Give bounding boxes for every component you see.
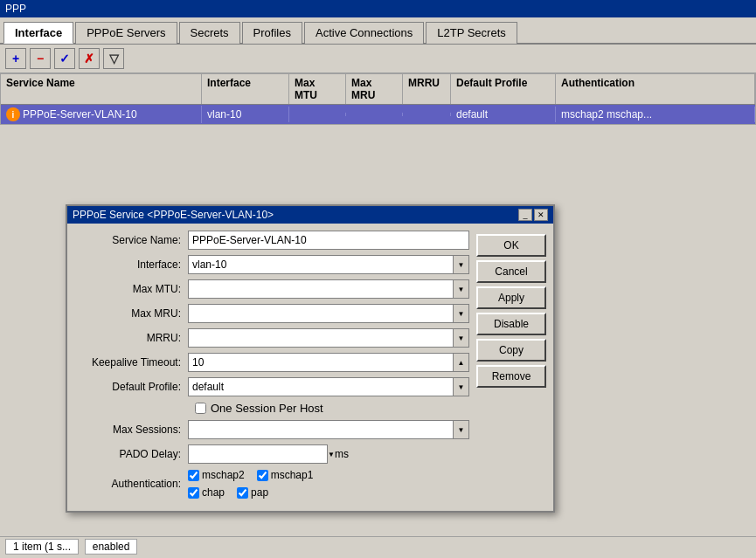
title-bar: PPP bbox=[0, 0, 756, 17]
dialog-title: PPPoE Service <PPPoE-Server-VLAN-10> bbox=[73, 209, 274, 221]
max-mru-arrow[interactable]: ▼ bbox=[453, 305, 468, 322]
max-mtu-row: Max MTU: ▼ bbox=[74, 279, 469, 299]
max-mru-field: ▼ bbox=[188, 304, 469, 323]
tab-interface[interactable]: Interface bbox=[3, 22, 73, 44]
default-profile-label: Default Profile: bbox=[74, 381, 188, 393]
auth-mschap1-label: mschap1 bbox=[271, 469, 314, 481]
table-area: Service Name Interface Max MTU Max MRU M… bbox=[0, 73, 756, 125]
pado-ms-label: ms bbox=[335, 448, 349, 460]
pado-delay-arrow[interactable]: ▼ bbox=[327, 445, 335, 463]
form-area: Service Name: Interface: ▼ Max MTU: bbox=[74, 231, 469, 504]
dialog-minimize-button[interactable]: _ bbox=[518, 209, 532, 221]
mrru-field: ▼ bbox=[188, 328, 469, 348]
col-mrru: MRRU bbox=[403, 74, 451, 104]
tab-secrets[interactable]: Secrets bbox=[179, 22, 240, 44]
pado-delay-row: PADO Delay: ▼ ms bbox=[74, 444, 469, 464]
max-sessions-input[interactable] bbox=[189, 421, 453, 438]
authentication-label: Authentication: bbox=[74, 478, 188, 490]
tab-l2tp-secrets[interactable]: L2TP Secrets bbox=[426, 22, 517, 44]
mrru-row: MRRU: ▼ bbox=[74, 328, 469, 348]
interface-dropdown-arrow[interactable]: ▼ bbox=[453, 256, 468, 273]
mrru-arrow[interactable]: ▼ bbox=[453, 329, 468, 347]
cancel-button[interactable]: Cancel bbox=[476, 260, 546, 283]
table-row[interactable]: i PPPoE-Server-VLAN-10 vlan-10 default m… bbox=[1, 105, 755, 124]
keepalive-label: Keepalive Timeout: bbox=[74, 356, 188, 369]
tab-profiles[interactable]: Profiles bbox=[242, 22, 302, 44]
auth-pap-checkbox[interactable] bbox=[237, 487, 248, 499]
interface-label: Interface: bbox=[74, 258, 188, 271]
mrru-input[interactable] bbox=[189, 329, 453, 347]
ok-button[interactable]: OK bbox=[476, 234, 546, 257]
enable-button[interactable]: ✓ bbox=[54, 48, 75, 69]
service-name-label: Service Name: bbox=[74, 234, 188, 246]
default-profile-dropdown-arrow[interactable]: ▼ bbox=[453, 378, 468, 396]
auth-mschap2-checkbox[interactable] bbox=[188, 470, 199, 481]
interface-dropdown[interactable]: ▼ bbox=[188, 255, 469, 274]
max-sessions-label: Max Sessions: bbox=[74, 424, 188, 436]
pado-delay-input[interactable] bbox=[189, 445, 327, 463]
info-icon: i bbox=[6, 107, 20, 121]
tab-bar: Interface PPPoE Servers Secrets Profiles… bbox=[0, 17, 756, 45]
table-header: Service Name Interface Max MTU Max MRU M… bbox=[1, 74, 755, 105]
auth-items-row2: chap pap bbox=[188, 486, 469, 499]
main-content: Service Name Interface Max MTU Max MRU M… bbox=[0, 73, 756, 555]
max-mtu-field: ▼ bbox=[188, 279, 469, 299]
default-profile-dropdown[interactable]: ▼ bbox=[188, 377, 469, 396]
side-buttons: OK Cancel Apply Disable Copy Remove bbox=[476, 231, 546, 504]
max-mtu-input[interactable] bbox=[189, 280, 453, 298]
keepalive-arrow[interactable]: ▲ bbox=[453, 354, 468, 371]
col-max-mru: Max MRU bbox=[346, 74, 403, 104]
status-enabled: enabled bbox=[85, 539, 138, 555]
auth-mschap1: mschap1 bbox=[257, 469, 314, 481]
default-profile-input[interactable] bbox=[189, 378, 453, 396]
tab-pppoe-servers[interactable]: PPPoE Servers bbox=[75, 22, 177, 44]
max-sessions-row: Max Sessions: ▼ bbox=[74, 420, 469, 439]
authentication-row: Authentication: mschap2 mschap1 bbox=[74, 469, 469, 499]
service-name-row: Service Name: bbox=[74, 231, 469, 250]
max-sessions-field: ▼ bbox=[188, 420, 469, 439]
cell-mrru bbox=[403, 113, 451, 116]
dialog-close-button[interactable]: ✕ bbox=[534, 209, 548, 221]
max-mtu-arrow[interactable]: ▼ bbox=[453, 280, 468, 298]
col-interface: Interface bbox=[202, 74, 289, 104]
remove-button-dialog[interactable]: Remove bbox=[476, 365, 546, 388]
interface-input[interactable] bbox=[189, 256, 453, 273]
dialog-title-buttons: _ ✕ bbox=[518, 209, 548, 221]
remove-button[interactable]: − bbox=[30, 48, 51, 69]
filter-button[interactable]: ▽ bbox=[103, 48, 124, 69]
dialog: PPPoE Service <PPPoE-Server-VLAN-10> _ ✕… bbox=[66, 204, 555, 513]
auth-mschap1-checkbox[interactable] bbox=[257, 470, 268, 481]
auth-chap-checkbox[interactable] bbox=[188, 487, 199, 499]
apply-button[interactable]: Apply bbox=[476, 286, 546, 309]
col-service-name: Service Name bbox=[1, 74, 202, 104]
copy-button[interactable]: Copy bbox=[476, 339, 546, 362]
service-name-input[interactable] bbox=[188, 231, 469, 250]
col-authentication: Authentication bbox=[556, 74, 755, 104]
max-mru-input[interactable] bbox=[189, 305, 453, 322]
cell-authentication: mschap2 mschap... bbox=[556, 107, 755, 122]
keepalive-input[interactable] bbox=[189, 354, 453, 371]
cell-default-profile: default bbox=[451, 107, 556, 122]
keepalive-row: Keepalive Timeout: ▲ bbox=[74, 353, 469, 372]
pado-delay-label: PADO Delay: bbox=[74, 448, 188, 460]
disable-button[interactable]: ✗ bbox=[79, 48, 100, 69]
cell-service-name: i PPPoE-Server-VLAN-10 bbox=[1, 106, 202, 123]
col-max-mtu: Max MTU bbox=[289, 74, 346, 104]
default-profile-row: Default Profile: ▼ bbox=[74, 377, 469, 396]
cell-max-mtu bbox=[289, 113, 346, 116]
auth-items-row1: mschap2 mschap1 bbox=[188, 469, 469, 481]
max-sessions-arrow[interactable]: ▼ bbox=[453, 421, 468, 438]
pado-delay-group: ▼ ms bbox=[188, 444, 469, 464]
auth-pap-label: pap bbox=[251, 486, 268, 499]
auth-mschap2: mschap2 bbox=[188, 469, 245, 481]
auth-pap: pap bbox=[237, 486, 268, 499]
tab-active-connections[interactable]: Active Connections bbox=[304, 22, 424, 44]
mrru-label: MRRU: bbox=[74, 332, 188, 344]
auth-mschap2-label: mschap2 bbox=[202, 469, 245, 481]
max-mru-label: Max MRU: bbox=[74, 307, 188, 320]
add-button[interactable]: + bbox=[5, 48, 26, 69]
one-session-checkbox[interactable] bbox=[195, 403, 206, 414]
disable-button-dialog[interactable]: Disable bbox=[476, 313, 546, 335]
one-session-label: One Session Per Host bbox=[211, 402, 323, 415]
auth-chap: chap bbox=[188, 486, 225, 499]
